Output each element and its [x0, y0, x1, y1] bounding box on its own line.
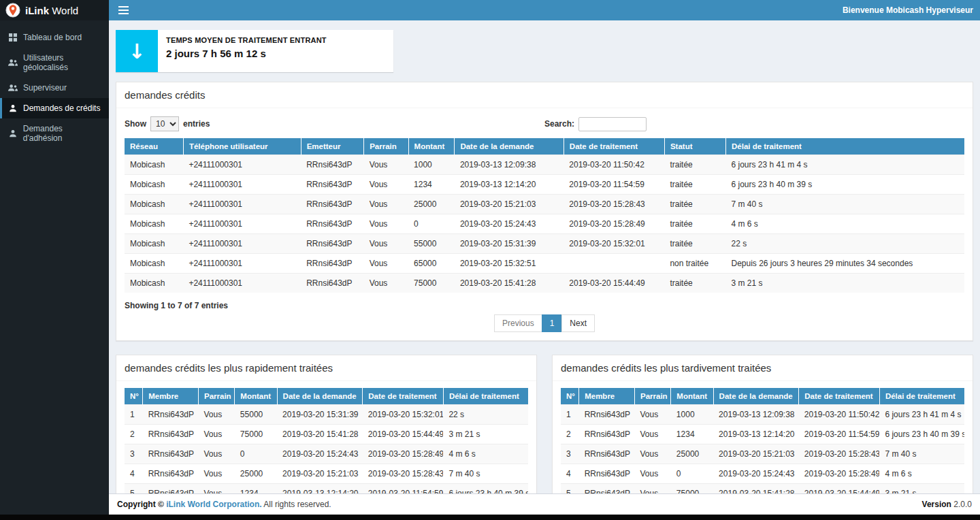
table-row: 3RRnsi643dPVous02019-03-20 15:24:432019-… [125, 444, 528, 464]
top-navbar: Bienvenue Mobicash Hyperviseur [109, 0, 980, 20]
column-header[interactable]: Date de traitement [564, 138, 664, 155]
table-cell: Vous [364, 254, 408, 274]
column-header[interactable]: N° [125, 388, 143, 405]
slowest-panel-title: demandes crédits les plus tardivement tr… [553, 355, 973, 381]
table-cell: traitée [664, 234, 725, 254]
column-header[interactable]: Parrain [364, 138, 408, 155]
table-row: Mobicash+24111000301RRnsi643dPVous100020… [125, 155, 964, 175]
sidebar-item-tableau-de-bord[interactable]: Tableau de bord [0, 27, 109, 48]
table-cell: traitée [664, 214, 725, 234]
down-arrow-icon: ↓ [116, 30, 158, 72]
table-cell: 25000 [235, 464, 277, 484]
table-cell: 2019-03-20 15:28:43 [363, 464, 444, 484]
window-bottom-edge [0, 515, 980, 520]
fastest-table: N°MembreParrainMontantDate de la demande… [125, 388, 528, 503]
column-header[interactable]: Date de la demande [713, 388, 799, 405]
column-header[interactable]: Téléphone utilisateur [183, 138, 301, 155]
table-cell: 2019-03-13 12:14:20 [455, 175, 564, 195]
table-cell: 3 [125, 444, 143, 464]
infobox-value: 2 jours 7 h 56 m 12 s [166, 48, 327, 59]
table-cell: 2019-03-20 15:21:03 [455, 195, 564, 214]
table-cell: 1 [125, 405, 143, 425]
table-cell: traitée [664, 195, 725, 214]
table-header-row: N°MembreParrainMontantDate de la demande… [561, 388, 964, 405]
table-header-row: N°MembreParrainMontantDate de la demande… [125, 388, 528, 405]
table-row: 1RRnsi643dPVous10002019-03-13 12:09:3820… [561, 405, 964, 425]
column-header[interactable]: Membre [143, 388, 199, 405]
sidebar-item-label: Superviseur [23, 83, 67, 93]
table-cell: RRnsi643dP [579, 405, 635, 425]
table-row: 2RRnsi643dPVous12342019-03-13 12:14:2020… [561, 425, 964, 444]
table-cell: 2019-03-13 12:09:38 [713, 405, 799, 425]
pagination-previous-button[interactable]: Previous [494, 314, 542, 332]
table-cell: 2 [561, 425, 579, 444]
column-header[interactable]: Délai de traitement [443, 388, 528, 405]
table-cell: Vous [199, 464, 235, 484]
table-cell: RRnsi643dP [301, 155, 364, 175]
sidebar-item-superviseur[interactable]: Superviseur [0, 78, 109, 98]
column-header[interactable]: Délai de traitement [879, 388, 964, 405]
table-cell: 1234 [671, 425, 713, 444]
search-input[interactable] [578, 117, 647, 131]
table-cell: 1 [561, 405, 579, 425]
column-header[interactable]: N° [561, 388, 579, 405]
table-cell: 2019-03-20 11:54:59 [799, 425, 880, 444]
table-cell: 25000 [408, 195, 455, 214]
table-cell: 2019-03-20 15:44:49 [564, 274, 664, 293]
hamburger-icon[interactable] [109, 0, 137, 20]
column-header[interactable]: Statut [664, 138, 725, 155]
welcome-user-text: Bienvenue Mobicash Hyperviseur [843, 5, 980, 15]
table-cell: 75000 [408, 274, 455, 293]
table-cell: Vous [199, 405, 235, 425]
table-row: Mobicash+24111000301RRnsi643dPVous550002… [125, 234, 964, 254]
table-cell: RRnsi643dP [579, 425, 635, 444]
datatable-controls: Show 10 entries Search: [125, 116, 964, 131]
table-cell: Mobicash [125, 155, 183, 175]
pagination-next-button[interactable]: Next [561, 314, 595, 332]
page-length-select[interactable]: 10 [150, 116, 179, 131]
entries-label: entries [183, 119, 210, 129]
pagination-page-1-button[interactable]: 1 [542, 314, 563, 332]
company-link[interactable]: iLink World Corporation. [166, 500, 261, 509]
credits-panel-title: demandes crédits [116, 82, 973, 108]
column-header[interactable]: Parrain [199, 388, 235, 405]
brand-text: iLink World [25, 5, 78, 16]
sidebar-item-demandes-d-adhesion[interactable]: Demandes d'adhésion [0, 118, 109, 148]
table-row: Mobicash+24111000301RRnsi643dPVous123420… [125, 175, 964, 195]
table-row: 4RRnsi643dPVous250002019-03-20 15:21:032… [125, 464, 528, 484]
fastest-panel-title: demandes crédits les plus rapidement tra… [116, 355, 536, 381]
column-header[interactable]: Date de la demande [277, 388, 363, 405]
column-header[interactable]: Montant [235, 388, 277, 405]
table-cell: 0 [408, 214, 455, 234]
column-header[interactable]: Date de traitement [363, 388, 444, 405]
table-cell: RRnsi643dP [579, 444, 635, 464]
brand[interactable]: iLink World [0, 0, 109, 20]
column-header[interactable]: Parrain [635, 388, 671, 405]
table-cell: +24111000301 [183, 234, 301, 254]
sidebar-item-demandes-de-credits[interactable]: Demandes de crédits [0, 98, 109, 118]
column-header[interactable]: Date de la demande [455, 138, 564, 155]
table-cell: 1000 [408, 155, 455, 175]
column-header[interactable]: Réseau [125, 138, 183, 155]
table-cell: 25000 [671, 444, 713, 464]
version-label: Version [922, 500, 951, 509]
column-header[interactable]: Emetteur [301, 138, 364, 155]
sidebar-item-utilisateurs-geolocalises[interactable]: Utilisateurs géolocalisés [0, 48, 109, 78]
column-header[interactable]: Montant [408, 138, 455, 155]
table-cell: +24111000301 [183, 214, 301, 234]
table-cell: 2 [125, 425, 143, 444]
table-cell: Mobicash [125, 234, 183, 254]
column-header[interactable]: Délai de traitement [725, 138, 964, 155]
table-cell: 2019-03-20 15:41:28 [455, 274, 564, 293]
table-cell: 2019-03-20 15:28:49 [799, 464, 880, 484]
column-header[interactable]: Montant [671, 388, 713, 405]
search-label: Search: [544, 119, 574, 129]
table-cell [564, 254, 664, 274]
slowest-panel-body: N°MembreParrainMontantDate de la demande… [553, 381, 973, 511]
column-header[interactable]: Date de traitement [799, 388, 880, 405]
rights-text: All rights reserved. [262, 500, 331, 509]
copyright-text: Copyright © iLink World Corporation. All… [117, 500, 331, 509]
table-cell: Vous [364, 234, 408, 254]
table-cell: 6 jours 23 h 40 m 39 s [725, 175, 964, 195]
column-header[interactable]: Membre [579, 388, 635, 405]
